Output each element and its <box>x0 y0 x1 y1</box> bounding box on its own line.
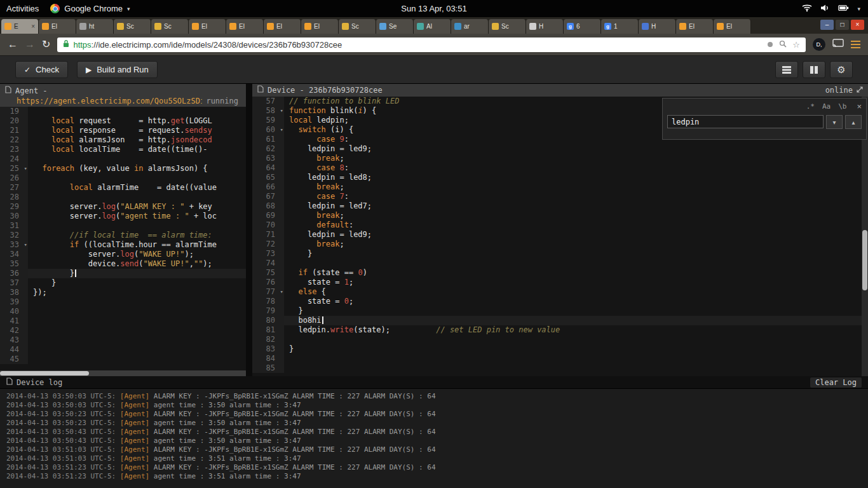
check-button-label: Check <box>36 65 59 74</box>
line-number: 82 <box>252 335 284 344</box>
agent-code-editor[interactable]: 1920 local request = http.get(LOGGL21 lo… <box>0 107 246 370</box>
bookmark-star-icon[interactable]: ☆ <box>792 40 800 50</box>
browser-tab[interactable]: g6 <box>564 19 601 34</box>
profile-avatar[interactable]: D, <box>813 38 825 51</box>
code-line: 84 <box>252 354 868 363</box>
zoom-icon[interactable] <box>779 40 787 50</box>
code-line: 72 break; <box>252 240 868 249</box>
text-cursor <box>75 269 76 277</box>
clock[interactable]: Sun 13 Apr, 03:51 <box>0 4 868 13</box>
code-line: 41 <box>0 316 246 326</box>
code-line: 34 server.log("WAKE UP!"); <box>0 250 246 259</box>
code-text: local localTime = date((time()- <box>28 145 208 154</box>
browser-tab[interactable]: El <box>39 19 76 34</box>
reload-button[interactable]: ↻ <box>42 39 50 50</box>
address-bar[interactable]: https://ide.electricimp.com/ide/models/2… <box>57 37 806 52</box>
fold-toggle-icon[interactable]: ▾ <box>280 107 283 115</box>
browser-menu-icon[interactable] <box>851 41 860 49</box>
log-message: ALARM KEY : -JKPFs_BpRB1E-x1SGmZ ALARM T… <box>154 463 436 471</box>
browser-tab[interactable]: H <box>639 19 676 34</box>
agent-horizontal-scrollbar[interactable] <box>0 370 246 376</box>
page-info-icon[interactable] <box>767 40 773 50</box>
build-and-run-button[interactable]: ▶ Build and Run <box>77 61 158 78</box>
tab-title: H <box>539 23 560 30</box>
line-number: 84 <box>252 354 284 363</box>
agent-url-link[interactable]: https://agent.electricimp.com/Qou5SOLzSD… <box>5 96 202 106</box>
stacked-layout-button[interactable] <box>775 61 798 78</box>
browser-tab[interactable]: Sc <box>114 19 151 34</box>
log-line: 2014-04-13 03:50:23 UTC-5: [Agent] agent… <box>6 419 868 428</box>
browser-tab[interactable]: Sc <box>151 19 189 34</box>
browser-tab[interactable]: Sc <box>339 19 376 34</box>
line-number: 32 <box>0 231 28 240</box>
scrollbar-thumb[interactable] <box>0 371 89 376</box>
code-text: ledpin.write(state); // set LED pin to n… <box>284 325 560 335</box>
search-case-toggle[interactable]: Aa <box>820 101 833 112</box>
browser-tab[interactable]: ht <box>76 19 114 34</box>
browser-tab[interactable]: El <box>714 19 751 34</box>
tab-favicon: g <box>604 23 611 30</box>
play-icon: ▶ <box>86 65 92 74</box>
line-number: 83 <box>252 344 284 354</box>
split-layout-button[interactable] <box>803 61 825 78</box>
fold-toggle-icon[interactable]: ▾ <box>280 126 283 134</box>
line-number: 57 <box>252 97 284 106</box>
code-text: break; <box>284 154 344 163</box>
browser-tab[interactable]: El <box>264 19 301 34</box>
code-line: 62 ledpin = led9; <box>252 144 868 154</box>
tab-title: ar <box>464 23 485 30</box>
forward-button[interactable]: → <box>25 39 35 50</box>
code-text: server.log("agent time : " + loc <box>28 212 217 221</box>
browser-tab[interactable]: g1 <box>601 19 639 34</box>
back-button[interactable]: ← <box>8 39 18 50</box>
log-line: 2014-04-13 03:51:23 UTC-5: [Agent] ALARM… <box>6 463 868 472</box>
search-prev-button[interactable]: ▴ <box>845 115 862 129</box>
browser-tab[interactable]: El <box>189 19 226 34</box>
window-close-button[interactable]: × <box>851 20 864 30</box>
tab-title: Se <box>389 23 410 30</box>
browser-tab[interactable]: ar <box>451 19 489 34</box>
browser-tab[interactable]: El <box>226 19 264 34</box>
browser-tab[interactable]: Al <box>414 19 451 34</box>
code-line: 68 ledpin = led7; <box>252 201 868 211</box>
search-close-button[interactable]: × <box>857 102 862 111</box>
browser-tab[interactable]: E× <box>1 19 39 34</box>
browser-tab[interactable]: El <box>301 19 339 34</box>
search-options-dropdown[interactable]: ▾ <box>826 115 843 129</box>
window-maximize-button[interactable]: □ <box>836 20 849 30</box>
text-cursor <box>322 316 323 324</box>
browser-tab[interactable]: Sc <box>489 19 526 34</box>
line-number: 66 <box>252 182 284 192</box>
cast-icon[interactable] <box>832 39 844 50</box>
code-text: default: <box>284 220 353 230</box>
fold-toggle-icon[interactable]: ▾ <box>280 288 283 296</box>
line-number: 61 <box>252 135 284 144</box>
pane-divider[interactable] <box>246 84 252 376</box>
line-number: 73 <box>252 249 284 259</box>
search-regex-toggle[interactable]: .* <box>804 101 817 112</box>
code-text: //if local time == alarm time: <box>28 231 212 240</box>
clear-log-button[interactable]: Clear Log <box>810 377 862 388</box>
padlock-icon[interactable] <box>63 39 69 50</box>
line-number: 33▾ <box>0 240 28 250</box>
fold-toggle-icon[interactable]: ▾ <box>24 241 27 249</box>
browser-tab[interactable]: H <box>526 19 564 34</box>
search-input[interactable] <box>667 115 824 128</box>
fold-toggle-icon[interactable]: ▾ <box>24 165 27 173</box>
browser-tab[interactable]: El <box>676 19 714 34</box>
expand-pane-icon[interactable] <box>857 85 863 95</box>
log-line: 2014-04-13 03:50:03 UTC-5: [Agent] ALARM… <box>6 392 868 401</box>
window-minimize-button[interactable]: – <box>820 20 834 30</box>
line-number: 45 <box>0 355 28 364</box>
tab-favicon <box>379 23 386 30</box>
code-text: foreach (key, value in alarmsJson) { <box>28 164 208 173</box>
settings-button[interactable]: ⚙ <box>830 61 853 78</box>
tab-close-button[interactable]: × <box>31 23 35 30</box>
log-message: agent time : 3:51 alarm time : 3:47 <box>154 454 301 463</box>
check-button[interactable]: ✓ Check <box>15 61 68 78</box>
browser-tab[interactable]: Se <box>376 19 414 34</box>
search-wholeword-toggle[interactable]: \b <box>836 101 849 112</box>
code-text: switch (i) { <box>284 125 353 135</box>
scrollbar-thumb[interactable] <box>862 230 867 290</box>
code-line: 75 if (state == 0) <box>252 268 868 278</box>
